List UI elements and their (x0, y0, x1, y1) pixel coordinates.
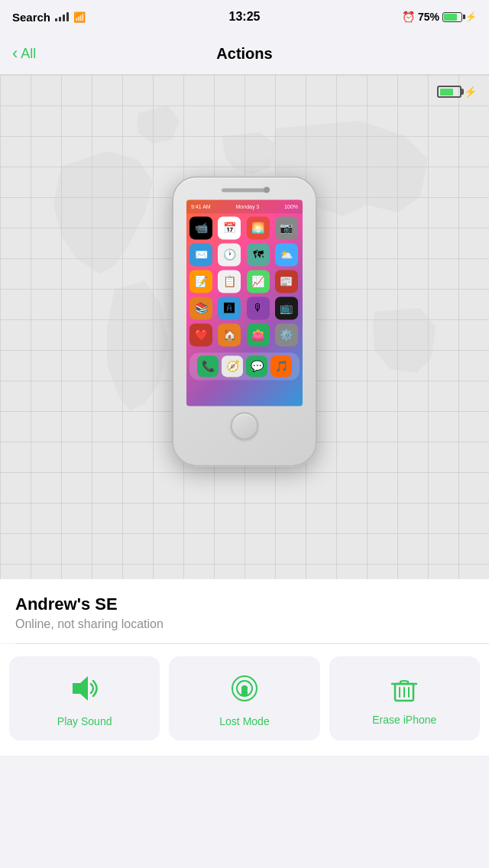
phone-camera (264, 186, 270, 193)
wifi-icon: 📶 (73, 11, 86, 23)
svg-marker-0 (73, 676, 88, 701)
app-stocks: 📈 (247, 270, 270, 293)
lost-mode-label: Lost Mode (219, 715, 269, 727)
back-button[interactable]: ‹ All (12, 46, 36, 62)
status-right: ⏰ 75% ⚡ (402, 11, 477, 23)
map-charging-icon: ⚡ (464, 86, 477, 98)
back-label: All (21, 46, 36, 62)
app-notes: 📋 (218, 270, 241, 293)
app-music: 🎵 (270, 355, 292, 377)
app-camera: 📷 (275, 216, 298, 239)
back-chevron-icon: ‹ (12, 45, 18, 62)
app-books: 📚 (189, 296, 212, 319)
status-time: 13:25 (229, 10, 261, 24)
signal-bar-2 (59, 17, 61, 21)
app-phone: 📞 (197, 355, 219, 377)
lost-mode-icon (226, 673, 263, 708)
play-sound-label: Play Sound (57, 715, 112, 727)
map-battery: ⚡ (437, 86, 477, 98)
signal-bar-3 (63, 15, 65, 21)
signal-bars-icon (55, 12, 69, 21)
phone-home-button (231, 412, 258, 439)
app-wallet: 👛 (247, 323, 270, 346)
map-battery-fill (440, 89, 454, 96)
phone-screen: 9:41 AM Monday 3 100% 📹 📅 🌅 📷 ✉️ 🕐 🗺 ⛅ 📝… (186, 199, 303, 406)
alarm-icon: ⏰ (402, 11, 415, 23)
app-tv: 📺 (275, 296, 298, 319)
page-title: Actions (216, 45, 272, 63)
carrier-label: Search (12, 11, 50, 24)
charging-icon: ⚡ (465, 11, 477, 22)
app-maps: 🗺 (247, 243, 270, 266)
app-home: 🏠 (218, 323, 241, 346)
signal-bar-1 (55, 18, 57, 21)
battery-fill (444, 14, 457, 21)
map-container: ⚡ 9:41 AM Monday 3 100% 📹 📅 🌅 📷 ✉️ 🕐 (0, 75, 489, 579)
erase-iphone-icon (386, 674, 423, 706)
play-sound-button[interactable]: Play Sound (9, 656, 160, 740)
app-photos: 🌅 (247, 216, 270, 239)
phone-speaker (222, 188, 267, 192)
battery-icon (442, 12, 462, 22)
device-name: Andrew's SE (15, 594, 474, 614)
app-health: ❤️ (189, 323, 212, 346)
app-facetime: 📹 (189, 216, 212, 239)
app-appstore: 🅰 (218, 296, 241, 319)
device-info-section: Andrew's SE Online, not sharing location (0, 579, 489, 643)
app-news: 📰 (275, 270, 298, 293)
app-settings: ⚙️ (275, 323, 298, 346)
signal-bar-4 (66, 12, 69, 21)
phone-frame: 9:41 AM Monday 3 100% 📹 📅 🌅 📷 ✉️ 🕐 🗺 ⛅ 📝… (172, 176, 317, 466)
phone-status-bar: 9:41 AM Monday 3 100% (186, 199, 303, 213)
play-sound-icon (66, 673, 103, 708)
app-reminders: 📝 (189, 270, 212, 293)
battery-percent: 75% (418, 11, 439, 23)
nav-bar: ‹ All Actions (0, 34, 489, 75)
app-grid: 📹 📅 🌅 📷 ✉️ 🕐 🗺 ⛅ 📝 📋 📈 📰 📚 🅰 🎙 📺 (186, 213, 303, 349)
map-battery-box (437, 86, 461, 98)
erase-iphone-button[interactable]: Erase iPhone (329, 656, 480, 740)
app-weather: ⛅ (275, 243, 298, 266)
device-illustration: 9:41 AM Monday 3 100% 📹 📅 🌅 📷 ✉️ 🕐 🗺 ⛅ 📝… (172, 176, 317, 466)
app-safari: 🧭 (222, 355, 243, 377)
app-mail: ✉️ (189, 243, 212, 266)
app-messages: 💬 (246, 355, 267, 377)
status-bar: Search 📶 13:25 ⏰ 75% ⚡ (0, 0, 489, 34)
erase-iphone-label: Erase iPhone (372, 714, 436, 726)
device-status: Online, not sharing location (15, 617, 474, 631)
status-left: Search 📶 (12, 11, 86, 24)
lost-mode-button[interactable]: Lost Mode (169, 656, 319, 740)
app-calendar: 📅 (218, 216, 241, 239)
actions-bar: Play Sound Lost Mode (0, 644, 489, 756)
app-clock: 🕐 (218, 243, 241, 266)
app-podcasts: 🎙 (247, 296, 270, 319)
svg-rect-4 (241, 690, 248, 695)
